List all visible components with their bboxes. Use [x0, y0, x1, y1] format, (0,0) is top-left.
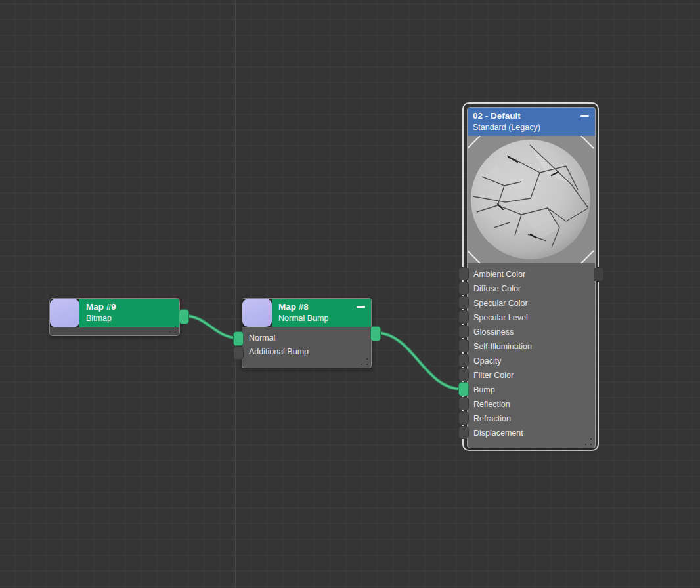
resize-grip-icon[interactable] [361, 358, 368, 365]
material-input-reflection-label: Reflection [473, 400, 510, 409]
material-input-socket-reflection[interactable] [458, 397, 469, 410]
material-input-bump-label: Bump [473, 385, 495, 394]
node-editor-canvas[interactable]: Map #9 Bitmap Map #8 Normal Bump Normal … [0, 0, 700, 588]
material-input-displacement-label: Displacement [473, 429, 523, 438]
material-input-socket-diffuse-color[interactable] [458, 282, 469, 295]
map8-input-socket-normal[interactable] [233, 331, 244, 346]
map8-input-socket-additional-bump[interactable] [233, 346, 244, 360]
material-subtitle: Standard (Legacy) [473, 122, 540, 133]
material-input-socket-self-illumination[interactable] [458, 339, 469, 352]
map9-title: Map #9 [86, 301, 116, 313]
map8-thumbnail-frame [242, 299, 272, 327]
material-input-socket-specular-color[interactable] [458, 296, 469, 309]
map8-input-normal-label: Normal [249, 333, 275, 343]
minus-icon[interactable] [357, 306, 365, 308]
material-input-self-illumination-label: Self-Illumination [473, 342, 532, 351]
map8-normalbump-preview[interactable] [242, 299, 272, 327]
material-input-ambient-color-label: Ambient Color [473, 270, 525, 279]
material-input-specular-level-label: Specular Level [473, 313, 528, 322]
wire-map8-to-material-bump[interactable] [376, 333, 462, 389]
material-input-diffuse-color-label: Diffuse Color [473, 284, 521, 293]
material-output-socket[interactable] [594, 267, 604, 282]
material-input-socket-specular-level[interactable] [458, 310, 469, 324]
resize-grip-icon[interactable] [169, 326, 176, 333]
material-input-refraction-label: Refraction [473, 414, 511, 423]
node-map8-header[interactable]: Map #8 Normal Bump [242, 299, 371, 327]
material-header[interactable]: 02 - Default Standard (Legacy) [468, 108, 595, 136]
material-input-socket-ambient-color[interactable] [458, 267, 469, 280]
wire-map9-to-map8[interactable] [184, 316, 238, 338]
material-input-socket-refraction[interactable] [458, 411, 469, 425]
material-input-socket-bump[interactable] [458, 382, 469, 396]
material-input-socket-glossiness[interactable] [458, 325, 469, 338]
grid-major-line [235, 0, 236, 588]
material-input-filter-color-label: Filter Color [473, 371, 514, 380]
material-preview-sphere [468, 136, 594, 263]
material-preview[interactable] [468, 136, 595, 263]
material-input-specular-color-label: Specular Color [473, 299, 528, 308]
map9-bitmap-preview[interactable] [50, 299, 79, 327]
map8-output-socket[interactable] [370, 326, 381, 341]
map9-thumbnail-frame [50, 299, 79, 327]
material-input-socket-displacement[interactable] [458, 426, 469, 439]
minus-icon[interactable] [580, 115, 589, 117]
material-title: 02 - Default [473, 110, 540, 122]
resize-grip-icon[interactable] [585, 438, 592, 445]
node-map9[interactable]: Map #9 Bitmap [49, 298, 180, 336]
map9-footer [50, 327, 179, 335]
node-material-02-default[interactable]: 02 - Default Standard (Legacy) [467, 107, 596, 448]
node-map9-header[interactable]: Map #9 Bitmap [50, 299, 179, 327]
map9-output-socket[interactable] [179, 309, 189, 324]
map8-input-additional-bump-label: Additional Bump [249, 347, 309, 356]
map8-title: Map #8 [278, 301, 328, 313]
map9-subtitle: Bitmap [86, 313, 116, 324]
material-input-socket-filter-color[interactable] [458, 368, 469, 381]
map8-subtitle: Normal Bump [278, 313, 328, 324]
material-input-opacity-label: Opacity [473, 356, 501, 366]
material-input-socket-opacity[interactable] [458, 354, 469, 367]
node-map8[interactable]: Map #8 Normal Bump Normal Additional Bum… [242, 298, 372, 368]
material-input-glossiness-label: Glossiness [473, 327, 514, 337]
